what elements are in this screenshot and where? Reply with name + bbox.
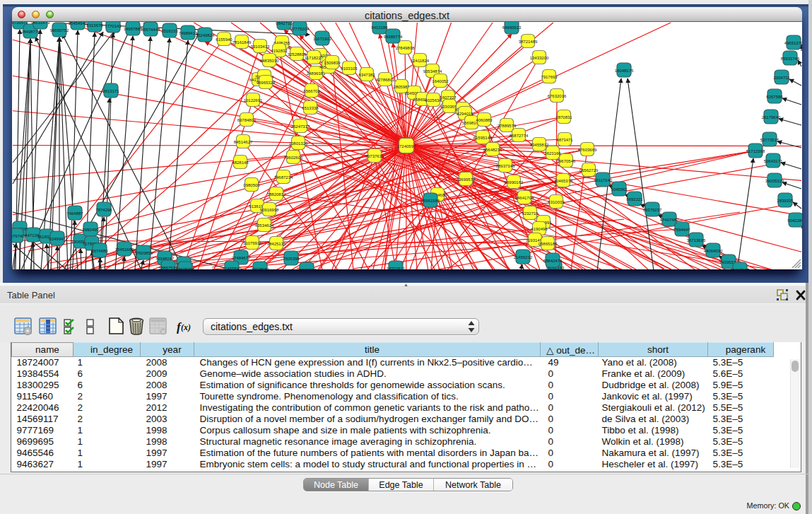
svg-text:(x): (x) bbox=[181, 322, 191, 332]
svg-text:7770143: 7770143 bbox=[105, 24, 122, 28]
svg-text:69379237: 69379237 bbox=[643, 208, 662, 212]
svg-text:7917693: 7917693 bbox=[541, 75, 558, 79]
svg-text:38721489: 38721489 bbox=[519, 40, 538, 44]
svg-text:64990913: 64990913 bbox=[502, 25, 522, 30]
svg-text:11671902: 11671902 bbox=[313, 37, 332, 41]
svg-text:67632016: 67632016 bbox=[548, 94, 567, 98]
svg-text:35454948: 35454948 bbox=[69, 22, 88, 25]
svg-text:51079911: 51079911 bbox=[243, 241, 262, 245]
svg-text:65648236: 65648236 bbox=[483, 148, 502, 152]
svg-text:3990490: 3990490 bbox=[82, 228, 99, 232]
svg-text:8313678: 8313678 bbox=[86, 23, 103, 28]
svg-text:9413186: 9413186 bbox=[371, 25, 388, 30]
svg-text:7826398: 7826398 bbox=[283, 257, 300, 261]
svg-text:64641708: 64641708 bbox=[515, 196, 534, 200]
svg-text:35240824: 35240824 bbox=[196, 33, 215, 37]
svg-text:09670546: 09670546 bbox=[557, 159, 576, 163]
svg-text:4060883: 4060883 bbox=[476, 118, 493, 122]
svg-text:5045562: 5045562 bbox=[611, 187, 628, 192]
svg-text:12411824: 12411824 bbox=[411, 59, 430, 63]
svg-text:45961586: 45961586 bbox=[421, 199, 440, 203]
svg-text:34957885: 34957885 bbox=[124, 27, 143, 31]
svg-text:88937346: 88937346 bbox=[496, 164, 515, 168]
svg-text:27889579: 27889579 bbox=[498, 124, 517, 128]
svg-text:96965328: 96965328 bbox=[257, 81, 276, 85]
svg-text:86872774: 86872774 bbox=[510, 134, 529, 138]
svg-text:11718227: 11718227 bbox=[305, 56, 324, 60]
svg-text:44064090: 44064090 bbox=[704, 249, 723, 253]
svg-text:0249947: 0249947 bbox=[49, 237, 66, 241]
svg-text:8267586: 8267586 bbox=[766, 95, 783, 99]
svg-text:27484677: 27484677 bbox=[232, 256, 251, 260]
svg-text:4828148: 4828148 bbox=[232, 160, 249, 165]
svg-text:51712368: 51712368 bbox=[746, 149, 765, 153]
svg-text:8613171: 8613171 bbox=[102, 89, 119, 93]
svg-text:99737631: 99737631 bbox=[365, 154, 384, 158]
svg-text:4192832: 4192832 bbox=[271, 49, 288, 53]
svg-text:5674680: 5674680 bbox=[91, 249, 108, 253]
svg-text:64835030: 64835030 bbox=[260, 59, 279, 63]
svg-text:06562729: 06562729 bbox=[579, 168, 599, 173]
svg-text:17240597: 17240597 bbox=[397, 144, 416, 148]
svg-text:16117240: 16117240 bbox=[594, 178, 613, 182]
svg-text:85931746: 85931746 bbox=[781, 57, 800, 61]
svg-text:21465840: 21465840 bbox=[223, 267, 242, 270]
svg-text:26179640: 26179640 bbox=[762, 115, 781, 119]
svg-text:78161849: 78161849 bbox=[233, 40, 252, 45]
svg-text:47775204: 47775204 bbox=[290, 27, 310, 31]
svg-text:1607337: 1607337 bbox=[440, 95, 457, 100]
svg-text:8692221: 8692221 bbox=[626, 197, 643, 201]
svg-text:28498776: 28498776 bbox=[21, 30, 40, 34]
svg-text:42786801: 42786801 bbox=[376, 78, 395, 82]
svg-text:0679740: 0679740 bbox=[12, 234, 25, 238]
svg-text:39005329: 39005329 bbox=[765, 179, 784, 183]
svg-text:0980500: 0980500 bbox=[243, 183, 260, 187]
svg-text:94531473: 94531473 bbox=[31, 22, 50, 25]
svg-text:69784801: 69784801 bbox=[237, 118, 257, 122]
svg-text:16048175: 16048175 bbox=[615, 69, 634, 73]
svg-text:8347382: 8347382 bbox=[358, 73, 375, 77]
svg-text:6513338: 6513338 bbox=[302, 106, 319, 110]
svg-text:63605766: 63605766 bbox=[176, 267, 195, 270]
svg-text:9232719: 9232719 bbox=[522, 211, 539, 216]
svg-text:73602606: 73602606 bbox=[284, 156, 303, 160]
svg-text:06990162: 06990162 bbox=[505, 180, 524, 185]
svg-text:93103413: 93103413 bbox=[251, 45, 270, 49]
svg-text:78820812: 78820812 bbox=[267, 192, 286, 197]
svg-text:47407482: 47407482 bbox=[660, 218, 679, 222]
svg-text:74687234: 74687234 bbox=[274, 175, 293, 180]
svg-text:27028951: 27028951 bbox=[251, 267, 270, 270]
svg-text:87603669: 87603669 bbox=[578, 148, 597, 152]
svg-text:7874296: 7874296 bbox=[95, 208, 112, 212]
svg-text:20465375: 20465375 bbox=[554, 179, 573, 183]
svg-text:3518233: 3518233 bbox=[161, 29, 178, 33]
svg-text:90916998: 90916998 bbox=[260, 208, 279, 212]
svg-text:26247317: 26247317 bbox=[291, 124, 310, 129]
svg-text:0103105: 0103105 bbox=[341, 66, 358, 71]
svg-text:43699577: 43699577 bbox=[457, 177, 476, 182]
svg-text:53773515: 53773515 bbox=[760, 138, 779, 142]
svg-text:5310033: 5310033 bbox=[548, 200, 565, 204]
svg-text:7464887: 7464887 bbox=[66, 211, 83, 216]
svg-text:2870831: 2870831 bbox=[555, 115, 572, 119]
svg-text:0842710: 0842710 bbox=[276, 22, 293, 25]
svg-text:7594647: 7594647 bbox=[673, 228, 690, 232]
svg-text:50643171: 50643171 bbox=[764, 159, 783, 163]
svg-text:3623166: 3623166 bbox=[544, 151, 561, 156]
svg-text:4190496: 4190496 bbox=[531, 227, 548, 231]
svg-text:87603859: 87603859 bbox=[134, 251, 153, 255]
svg-text:58842474: 58842474 bbox=[543, 259, 563, 263]
svg-text:10801326: 10801326 bbox=[289, 141, 308, 146]
svg-text:1509839: 1509839 bbox=[324, 61, 341, 65]
svg-text:10122691: 10122691 bbox=[244, 98, 263, 103]
svg-text:18702621: 18702621 bbox=[387, 267, 406, 270]
svg-text:1839335: 1839335 bbox=[777, 199, 794, 203]
svg-text:2004711: 2004711 bbox=[774, 76, 791, 80]
svg-text:43534624: 43534624 bbox=[255, 223, 274, 228]
svg-text:13433200: 13433200 bbox=[530, 56, 549, 60]
svg-text:38425135: 38425135 bbox=[267, 242, 286, 246]
svg-text:1640052: 1640052 bbox=[432, 79, 449, 83]
svg-text:27849808: 27849808 bbox=[396, 46, 415, 50]
svg-text:05865185: 05865185 bbox=[539, 242, 558, 246]
svg-text:84514627: 84514627 bbox=[234, 140, 253, 144]
